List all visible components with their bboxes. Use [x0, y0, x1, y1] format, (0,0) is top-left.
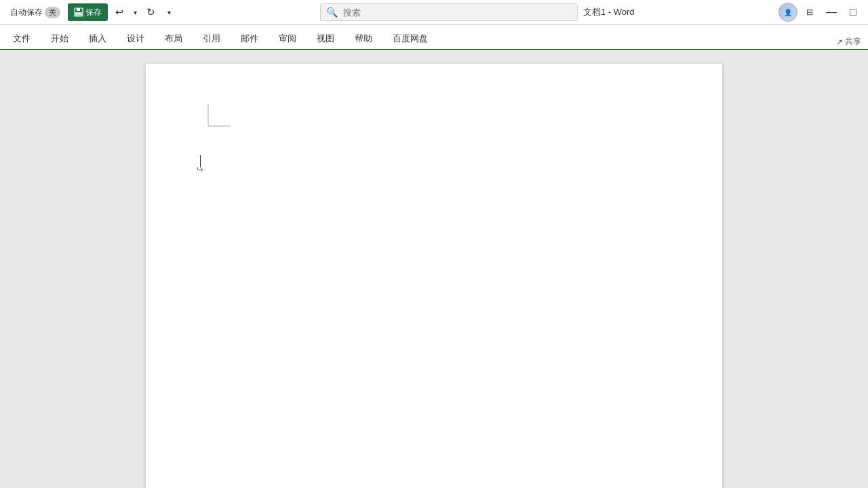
tab-references[interactable]: 引用	[193, 27, 231, 49]
text-cursor	[200, 155, 201, 167]
search-input[interactable]	[343, 7, 577, 18]
autosave-toggle[interactable]: 自动保存 关	[5, 3, 65, 22]
tab-insert[interactable]: 插入	[79, 27, 117, 49]
margin-corner-top-left	[186, 104, 231, 148]
search-box: 🔍	[320, 3, 578, 21]
tab-home[interactable]: 开始	[41, 27, 79, 49]
svg-rect-1	[77, 8, 80, 11]
search-icon: 🔍	[321, 7, 343, 18]
tab-mailing[interactable]: 邮件	[231, 27, 269, 49]
minimize-button[interactable]: —	[822, 3, 841, 22]
document-area[interactable]: ↵	[0, 50, 868, 488]
share-button[interactable]: ↗ 共享	[832, 35, 865, 49]
save-button[interactable]: 保存	[68, 3, 108, 21]
autosave-label: 自动保存	[10, 7, 43, 18]
avatar[interactable]: 👤	[778, 3, 797, 22]
tab-layout[interactable]: 布局	[155, 27, 193, 49]
save-icon	[74, 7, 83, 17]
tab-help[interactable]: 帮助	[344, 27, 382, 49]
tab-file[interactable]: 文件	[3, 27, 41, 49]
paragraph-mark: ↵	[195, 164, 203, 175]
ribbon-right-actions: ↗ 共享	[832, 35, 865, 49]
tab-review[interactable]: 审阅	[269, 27, 307, 49]
document-page[interactable]: ↵	[146, 64, 722, 488]
ribbon-tabs: 文件 开始 插入 设计 布局 引用 邮件 审阅 视图 帮助 百度网盘 ↗ 共享	[0, 25, 868, 50]
undo-button[interactable]: ↩	[111, 3, 129, 22]
redo-button[interactable]: ↻	[142, 3, 160, 22]
customize-qat-button[interactable]: ▾	[163, 3, 176, 22]
tab-design[interactable]: 设计	[117, 27, 155, 49]
title-center: 🔍 文档1 - Word	[178, 3, 776, 21]
title-right-controls: 👤 ⊟ — □	[778, 3, 863, 22]
autosave-status: 关	[45, 7, 60, 18]
share-label: 共享	[845, 36, 861, 47]
undo-dropdown-button[interactable]: ▾	[132, 3, 139, 22]
tab-baidu[interactable]: 百度网盘	[382, 27, 438, 49]
window-title: 文档1 - Word	[583, 6, 635, 18]
maximize-button[interactable]: □	[844, 3, 863, 22]
svg-rect-2	[75, 12, 82, 16]
title-bar: 自动保存 关 保存 ↩ ▾ ↻ ▾ 🔍 文档1 - Word	[0, 0, 868, 25]
save-label: 保存	[85, 7, 102, 18]
ribbon-display-options-button[interactable]: ⊟	[800, 3, 819, 22]
share-icon: ↗	[836, 37, 843, 47]
tab-view[interactable]: 视图	[307, 27, 344, 49]
quick-access-toolbar: 自动保存 关 保存 ↩ ▾ ↻ ▾	[5, 3, 176, 22]
